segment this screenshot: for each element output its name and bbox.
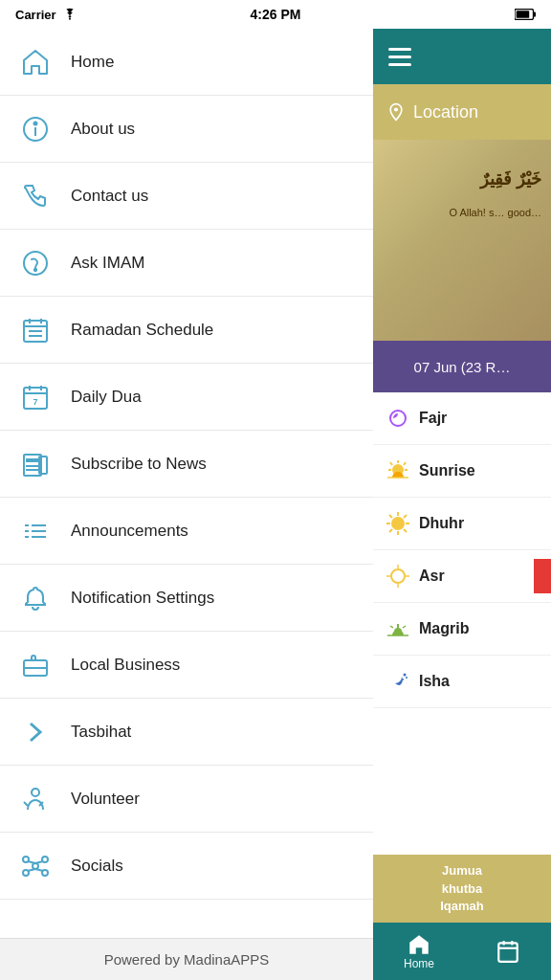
prayer-list: Fajr Sunrise bbox=[373, 392, 551, 855]
magrib-label: Magrib bbox=[419, 620, 469, 637]
hamburger-line-2 bbox=[388, 56, 411, 58]
svg-point-70 bbox=[394, 628, 402, 635]
sidebar-footer: Powered by MadinaAPPS bbox=[0, 938, 373, 980]
sidebar-label-localbusiness: Local Business bbox=[71, 656, 180, 675]
dhuhr-icon bbox=[383, 508, 413, 539]
sidebar-label-contact: Contact us bbox=[71, 187, 148, 206]
status-left: Carrier bbox=[15, 8, 77, 22]
hamburger-button[interactable] bbox=[388, 48, 411, 66]
date-text: 07 Jun (23 R… bbox=[414, 359, 511, 375]
svg-rect-3 bbox=[534, 11, 536, 16]
svg-line-69 bbox=[403, 626, 406, 628]
svg-line-41 bbox=[28, 869, 35, 871]
sidebar-item-contact[interactable]: Contact us bbox=[0, 163, 373, 230]
sidebar-label-about: About us bbox=[71, 120, 135, 139]
sidebar-item-announcements[interactable]: Announcements bbox=[0, 498, 373, 565]
chevron-right-icon bbox=[17, 714, 54, 750]
sidebar-label-notificationsettings: Notification Settings bbox=[71, 589, 214, 608]
prayer-row-sunrise[interactable]: Sunrise bbox=[373, 445, 551, 498]
svg-point-61 bbox=[391, 569, 405, 583]
phone-icon bbox=[17, 178, 54, 214]
sidebar-label-volunteer: Volunteer bbox=[71, 790, 140, 809]
isha-label: Isha bbox=[419, 673, 450, 690]
sidebar-item-localbusiness[interactable]: Local Business bbox=[0, 632, 373, 699]
sidebar-label-socials: Socials bbox=[71, 857, 123, 876]
sidebar-item-ramadan[interactable]: Ramadan Schedule bbox=[0, 297, 373, 364]
asr-icon bbox=[383, 561, 413, 591]
svg-line-42 bbox=[35, 869, 43, 871]
svg-point-71 bbox=[404, 674, 407, 677]
prayer-row-isha[interactable]: Isha bbox=[373, 656, 551, 708]
location-label: Location bbox=[413, 102, 478, 122]
svg-text:7: 7 bbox=[33, 397, 37, 407]
sidebar-label-ramadan: Ramadan Schedule bbox=[71, 321, 213, 340]
svg-line-49 bbox=[390, 462, 392, 465]
bottom-nav-calendar[interactable] bbox=[496, 939, 520, 964]
sidebar-item-about[interactable]: About us bbox=[0, 96, 373, 163]
svg-line-57 bbox=[389, 515, 392, 518]
magrib-icon bbox=[383, 613, 413, 644]
svg-point-73 bbox=[406, 677, 408, 679]
bottom-nav-home[interactable]: Home bbox=[404, 932, 434, 970]
info-icon bbox=[17, 111, 54, 147]
svg-line-59 bbox=[404, 515, 407, 518]
jumua-text: Jumua khutba Iqamah bbox=[440, 862, 484, 915]
sidebar-label-home: Home bbox=[71, 53, 114, 72]
bottom-home-label: Home bbox=[404, 957, 434, 970]
home-icon bbox=[17, 44, 54, 80]
hamburger-bar bbox=[373, 29, 551, 84]
question-icon bbox=[17, 245, 54, 281]
sidebar-label-announcements: Announcements bbox=[71, 522, 188, 541]
svg-point-72 bbox=[402, 679, 404, 680]
sidebar-item-notificationsettings[interactable]: Notification Settings bbox=[0, 565, 373, 632]
calendar-7-icon: 7 bbox=[17, 379, 54, 415]
sidebar-item-askimam[interactable]: Ask IMAM bbox=[0, 230, 373, 297]
prayer-english-text: O Allah! s… good… bbox=[449, 207, 541, 218]
location-pin-icon bbox=[386, 102, 406, 122]
status-right bbox=[515, 9, 536, 20]
status-bar: Carrier 4:26 PM bbox=[0, 0, 551, 29]
powered-by-label: Powered by MadinaAPPS bbox=[104, 951, 270, 968]
date-bar: 07 Jun (23 R… bbox=[373, 341, 551, 392]
prayer-row-magrib[interactable]: Magrib bbox=[373, 603, 551, 656]
sidebar-item-volunteer[interactable]: Volunteer bbox=[0, 766, 373, 833]
sidebar-item-socials[interactable]: Socials bbox=[0, 833, 373, 900]
sidebar-item-dailydua[interactable]: 7 Daily Dua bbox=[0, 364, 373, 431]
sidebar-item-home[interactable]: Home bbox=[0, 29, 373, 96]
sidebar-label-dailydua: Daily Dua bbox=[71, 388, 142, 407]
svg-rect-21 bbox=[26, 458, 39, 462]
news-icon bbox=[17, 446, 54, 482]
fajr-icon bbox=[383, 403, 413, 434]
network-icon bbox=[17, 848, 54, 884]
svg-point-33 bbox=[32, 789, 39, 796]
jumua-bar: Jumua khutba Iqamah bbox=[373, 855, 551, 923]
sunrise-icon bbox=[383, 456, 413, 486]
bottom-nav: Home bbox=[373, 923, 551, 980]
bell-icon bbox=[17, 580, 54, 616]
sidebar-item-subscribenews[interactable]: Subscribe to News bbox=[0, 431, 373, 498]
location-bar[interactable]: Location bbox=[373, 84, 551, 140]
svg-line-60 bbox=[389, 529, 392, 532]
dhuhr-label: Dhuhr bbox=[419, 515, 464, 532]
svg-point-34 bbox=[33, 863, 38, 869]
prayer-banner: خَيْرٌ فَقِيرٌ O Allah! s… good… bbox=[373, 140, 551, 341]
prayer-row-dhuhr[interactable]: Dhuhr bbox=[373, 498, 551, 550]
prayer-row-fajr[interactable]: Fajr bbox=[373, 392, 551, 445]
sidebar-label-tasbihat: Tasbihat bbox=[71, 723, 131, 742]
sidebar-item-tasbihat[interactable]: Tasbihat bbox=[0, 699, 373, 766]
bottom-calendar-icon bbox=[496, 939, 520, 964]
briefcase-icon bbox=[17, 647, 54, 683]
sidebar-label-askimam: Ask IMAM bbox=[71, 254, 144, 273]
svg-line-68 bbox=[390, 626, 393, 628]
svg-line-58 bbox=[404, 529, 407, 532]
svg-point-44 bbox=[390, 411, 406, 426]
isha-icon bbox=[383, 666, 413, 697]
list-icon bbox=[17, 513, 54, 549]
svg-point-6 bbox=[34, 122, 37, 124]
hamburger-line-3 bbox=[388, 63, 411, 66]
svg-line-39 bbox=[28, 861, 35, 863]
svg-point-43 bbox=[394, 107, 398, 111]
prayer-row-asr[interactable]: Asr bbox=[373, 550, 551, 603]
battery-icon bbox=[515, 9, 536, 20]
sunrise-label: Sunrise bbox=[419, 462, 475, 479]
